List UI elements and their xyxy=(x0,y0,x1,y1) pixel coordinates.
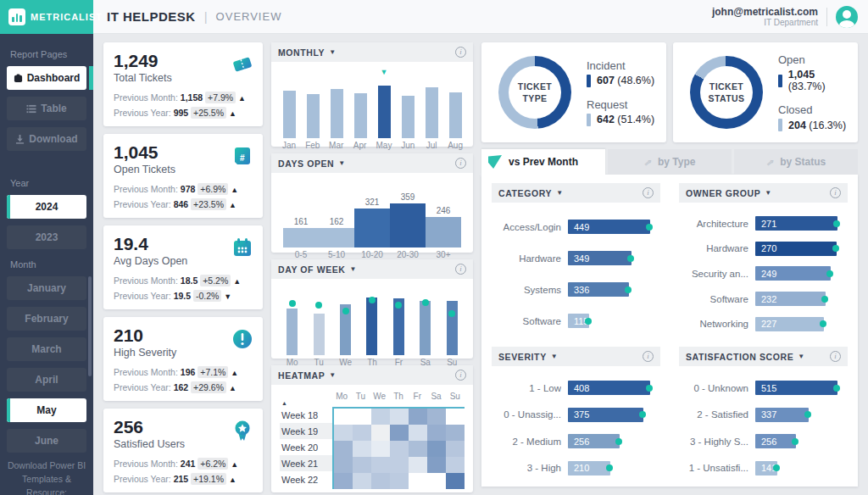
marker-dot[interactable] xyxy=(422,299,429,306)
bar[interactable] xyxy=(354,209,390,248)
bar[interactable]: 270 xyxy=(755,242,837,256)
marker-dot[interactable] xyxy=(821,296,828,303)
marker-dot[interactable] xyxy=(646,385,653,392)
heatmap-cell-week-22-sa[interactable] xyxy=(427,473,446,489)
heatmap-cell-week-20-th[interactable] xyxy=(390,441,409,457)
bar[interactable] xyxy=(378,86,391,138)
owner-group-header[interactable]: OWNER GROUP ▼ i xyxy=(679,183,848,203)
satisfaction-header[interactable]: SATISFACTION SCORE ▼ i xyxy=(679,347,848,366)
user-avatar[interactable] xyxy=(836,6,858,28)
bar[interactable]: 515 xyxy=(755,381,837,395)
marker-dot[interactable] xyxy=(639,411,646,418)
bar[interactable]: 256 xyxy=(755,434,796,448)
bar[interactable]: 337 xyxy=(755,408,809,422)
dropdown-icon[interactable]: ▼ xyxy=(329,371,336,379)
ticket-status-donut[interactable]: TICKETSTATUS xyxy=(690,56,763,129)
heatmap-cell-week-20-we[interactable] xyxy=(371,441,390,457)
heatmap-cell-week-19-su[interactable] xyxy=(446,425,465,441)
month-button-february[interactable]: February xyxy=(7,307,86,331)
days-open-header[interactable]: DAYS OPEN ▼ i xyxy=(271,153,473,173)
bar[interactable] xyxy=(366,298,377,355)
marker-dot[interactable] xyxy=(625,286,632,293)
heatmap-cell-week-21-mo[interactable] xyxy=(334,457,353,473)
tab-by-type[interactable]: ⇗by Type xyxy=(608,149,732,175)
bar[interactable]: 336 xyxy=(568,282,629,297)
bar[interactable] xyxy=(402,96,415,138)
month-button-may[interactable]: May xyxy=(7,398,86,422)
marker-dot[interactable] xyxy=(615,438,622,445)
app-logo[interactable]: METRICALIST xyxy=(0,0,93,34)
marker-dot[interactable] xyxy=(289,300,296,307)
info-icon[interactable]: i xyxy=(455,370,466,381)
severity-header[interactable]: SEVERITY ▼ i xyxy=(492,347,660,366)
bar[interactable]: 449 xyxy=(568,220,650,234)
marker-dot[interactable] xyxy=(832,245,839,252)
info-icon[interactable]: i xyxy=(830,351,841,362)
month-button-april[interactable]: April xyxy=(7,368,86,392)
heatmap-cell-week-18-we[interactable] xyxy=(371,409,390,425)
heatmap-cell-week-18-tu[interactable] xyxy=(353,409,371,425)
sidebar-item-dashboard[interactable]: Dashboard xyxy=(7,66,86,90)
marker-dot[interactable] xyxy=(646,224,653,231)
bar[interactable]: 375 xyxy=(568,408,643,422)
info-icon[interactable]: i xyxy=(643,187,654,198)
bar[interactable]: 408 xyxy=(568,381,650,395)
dropdown-icon[interactable]: ▼ xyxy=(350,265,357,273)
bar[interactable]: 232 xyxy=(755,292,826,306)
bar[interactable] xyxy=(314,314,325,355)
bar[interactable] xyxy=(426,217,461,248)
heatmap-cell-week-20-su[interactable] xyxy=(446,441,465,457)
year-button-2023[interactable]: 2023 xyxy=(7,225,86,249)
heatmap-cell-week-21-we[interactable] xyxy=(371,457,390,473)
heatmap-cell-week-21-su[interactable] xyxy=(446,457,465,473)
heatmap-cell-week-20-tu[interactable] xyxy=(353,441,371,457)
marker-dot[interactable] xyxy=(833,385,840,392)
dropdown-icon[interactable]: ▼ xyxy=(551,353,558,360)
info-icon[interactable]: i xyxy=(830,187,841,198)
bar[interactable] xyxy=(420,301,431,355)
marker-dot[interactable] xyxy=(448,310,455,317)
sidebar-item-table[interactable]: Table xyxy=(7,97,86,120)
heatmap-cell-week-21-sa[interactable] xyxy=(427,457,446,473)
info-icon[interactable]: i xyxy=(455,47,466,58)
marker-dot[interactable] xyxy=(315,302,322,309)
month-button-june[interactable]: June xyxy=(7,429,86,453)
bar[interactable]: 271 xyxy=(755,216,837,231)
bar[interactable] xyxy=(426,87,438,138)
info-icon[interactable]: i xyxy=(643,351,654,362)
month-button-january[interactable]: January xyxy=(7,276,86,300)
heatmap-cell-week-19-mo[interactable] xyxy=(334,425,353,441)
bar[interactable] xyxy=(307,94,320,138)
tab-by-status[interactable]: ⇗by Status xyxy=(734,149,858,175)
marker-dot[interactable] xyxy=(820,320,826,327)
bar[interactable]: 249 xyxy=(755,266,831,281)
info-icon[interactable]: i xyxy=(455,264,466,275)
heatmap-cell-week-20-fr[interactable] xyxy=(409,441,427,457)
bar[interactable] xyxy=(390,203,426,248)
marker-dot[interactable] xyxy=(606,464,613,471)
monthly-header[interactable]: MONTHLY ▼ i xyxy=(271,42,473,62)
heatmap-cell-week-19-sa[interactable] xyxy=(427,425,446,441)
info-icon[interactable]: i xyxy=(455,158,466,169)
marker-dot[interactable] xyxy=(833,220,840,227)
marker-dot[interactable] xyxy=(804,411,811,418)
tab-vs-prev-month[interactable]: vs Prev Month xyxy=(481,149,605,175)
marker-dot[interactable] xyxy=(342,308,349,314)
bar[interactable] xyxy=(283,91,296,138)
heatmap-cell-week-19-fr[interactable] xyxy=(409,425,427,441)
heatmap-cell-week-18-su[interactable] xyxy=(446,409,465,425)
bar[interactable]: 256 xyxy=(568,434,620,448)
marker-dot[interactable] xyxy=(395,302,402,309)
heatmap-cell-week-19-th[interactable] xyxy=(390,425,409,441)
ticket-type-donut[interactable]: TICKETTYPE xyxy=(498,56,571,129)
month-list-scrollbar[interactable] xyxy=(88,276,92,376)
heatmap-cell-week-19-tu[interactable] xyxy=(353,425,371,441)
heatmap-cell-week-21-tu[interactable] xyxy=(353,457,371,473)
bar[interactable] xyxy=(287,309,298,355)
heatmap-cell-week-22-th[interactable] xyxy=(390,473,409,489)
heatmap-cell-week-22-su[interactable] xyxy=(446,473,465,489)
sidebar-item-download[interactable]: Download xyxy=(7,127,86,151)
heatmap-cell-week-20-sa[interactable] xyxy=(427,441,446,457)
dropdown-icon[interactable]: ▼ xyxy=(329,48,336,56)
dropdown-icon[interactable]: ▼ xyxy=(556,189,563,197)
